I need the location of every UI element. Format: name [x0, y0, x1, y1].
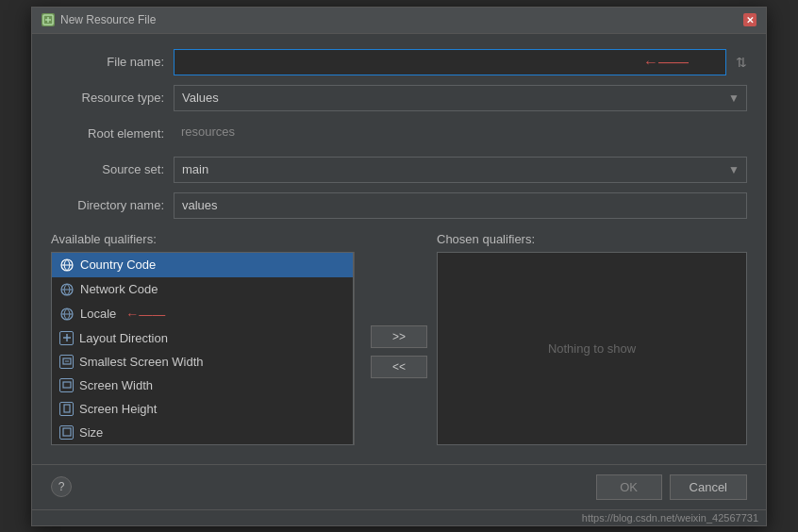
- source-set-row: Source set: main ▼: [51, 157, 747, 183]
- qualifier-locale-label: Locale: [80, 307, 116, 321]
- chosen-qualifiers-label: Chosen qualifiers:: [437, 232, 747, 246]
- dialog-form: File name: ←—— ⇅ Resource type: Values ▼…: [32, 34, 766, 460]
- file-name-label: File name:: [51, 55, 164, 69]
- root-element-value: resources: [174, 121, 747, 147]
- size-icon: [59, 425, 74, 440]
- remove-qualifier-button[interactable]: <<: [371, 356, 427, 378]
- dialog-title: New Resource File: [60, 13, 156, 26]
- footer-left: ?: [51, 476, 72, 497]
- smallest-screen-width-icon: [59, 355, 74, 369]
- chosen-qualifiers-panel: Chosen qualifiers: Nothing to show: [437, 232, 747, 445]
- help-button[interactable]: ?: [51, 476, 72, 497]
- qualifier-size-label: Size: [79, 425, 103, 440]
- qualifier-locale[interactable]: Locale ←——: [52, 302, 353, 326]
- directory-name-row: Directory name:: [51, 192, 747, 219]
- directory-name-input[interactable]: [174, 192, 747, 219]
- title-bar-left: New Resource File: [42, 13, 156, 26]
- screen-height-icon: [59, 402, 74, 416]
- sort-icon: ⇅: [736, 55, 747, 70]
- resource-type-select-wrapper: Values ▼: [174, 85, 747, 111]
- qualifier-list-scrollbar[interactable]: [354, 252, 361, 445]
- screen-width-icon: [59, 378, 74, 392]
- file-name-row: File name: ←—— ⇅: [51, 49, 747, 75]
- qualifier-smallest-screen-width[interactable]: Smallest Screen Width: [52, 350, 353, 374]
- source-set-select[interactable]: main: [174, 157, 747, 183]
- qualifiers-section: Available qualifiers:: [51, 232, 747, 445]
- available-qualifiers-list: Country Code Network Code: [51, 252, 354, 445]
- root-element-row: Root element: resources: [51, 121, 747, 147]
- resource-type-select[interactable]: Values: [174, 85, 747, 111]
- status-url: https://blog.csdn.net/weixin_42567731: [582, 512, 758, 524]
- svg-rect-15: [63, 428, 71, 436]
- resource-type-label: Resource type:: [51, 91, 164, 105]
- directory-name-label: Directory name:: [51, 198, 164, 212]
- qualifier-screen-width[interactable]: Screen Width: [52, 374, 353, 397]
- dialog-footer: ? OK Cancel: [32, 464, 766, 509]
- add-qualifier-button[interactable]: >>: [371, 325, 427, 348]
- qualifier-country-code-label: Country Code: [80, 258, 156, 272]
- locale-icon: [59, 307, 75, 322]
- layout-direction-icon: [59, 331, 74, 345]
- new-resource-dialog: New Resource File ✕ File name: ←—— ⇅ Res…: [31, 7, 767, 526]
- qualifier-layout-direction-label: Layout Direction: [79, 331, 168, 345]
- root-element-label: Root element:: [51, 126, 164, 141]
- qualifier-smallest-screen-width-label: Smallest Screen Width: [79, 355, 204, 369]
- chosen-qualifiers-empty: Nothing to show: [437, 252, 747, 445]
- qualifier-screen-height[interactable]: Screen Height: [52, 397, 353, 421]
- ok-button[interactable]: OK: [596, 474, 662, 500]
- qualifier-network-code-label: Network Code: [80, 282, 158, 296]
- cancel-button[interactable]: Cancel: [670, 474, 747, 500]
- empty-text: Nothing to show: [548, 341, 636, 356]
- status-bar: https://blog.csdn.net/weixin_42567731: [32, 509, 766, 525]
- qualifier-size[interactable]: Size: [52, 421, 353, 444]
- qualifier-transfer-buttons: >> <<: [371, 232, 427, 445]
- qualifier-screen-height-label: Screen Height: [79, 402, 157, 416]
- qualifier-network-code[interactable]: Network Code: [52, 277, 353, 302]
- footer-right: OK Cancel: [596, 474, 747, 500]
- title-bar: New Resource File ✕: [32, 8, 766, 34]
- file-name-wrapper: ←——: [174, 49, 726, 75]
- qualifier-layout-direction[interactable]: Layout Direction: [52, 326, 353, 350]
- close-button[interactable]: ✕: [743, 13, 756, 26]
- qualifier-screen-width-label: Screen Width: [79, 378, 153, 392]
- available-qualifiers-panel: Available qualifiers:: [51, 232, 361, 445]
- svg-rect-14: [64, 405, 70, 412]
- qualifier-country-code[interactable]: Country Code: [52, 253, 353, 277]
- locale-arrow-icon: ←——: [125, 307, 165, 322]
- file-name-input[interactable]: [174, 49, 726, 75]
- network-code-icon: [59, 282, 75, 297]
- svg-rect-13: [63, 382, 71, 388]
- resource-type-row: Resource type: Values ▼: [51, 85, 747, 111]
- dialog-icon: [42, 13, 55, 26]
- country-code-icon: [59, 258, 75, 273]
- source-set-select-wrapper: main ▼: [174, 157, 747, 183]
- source-set-label: Source set:: [51, 162, 164, 176]
- available-qualifiers-label: Available qualifiers:: [51, 232, 361, 246]
